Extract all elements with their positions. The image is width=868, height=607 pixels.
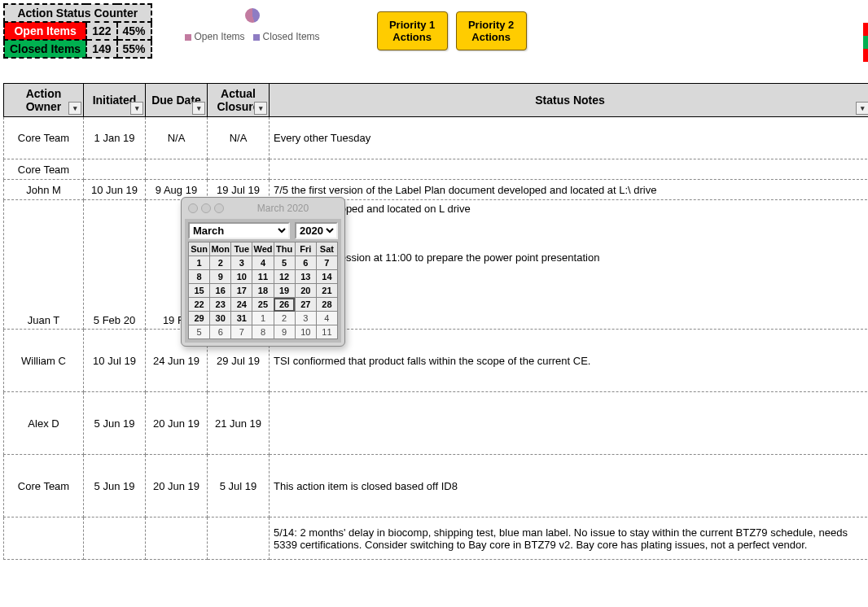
cal-day[interactable]: 2 bbox=[210, 256, 231, 270]
filter-arrow-icon[interactable]: ▾ bbox=[192, 102, 205, 115]
col-owner[interactable]: Action Owner▾ bbox=[4, 84, 84, 117]
cell-due[interactable]: 20 Jun 19 bbox=[146, 392, 208, 455]
cal-day[interactable]: 19 bbox=[274, 284, 295, 298]
filter-arrow-icon[interactable]: ▾ bbox=[130, 102, 143, 115]
cell-notes[interactable] bbox=[270, 392, 869, 455]
window-controls[interactable] bbox=[188, 203, 224, 213]
cal-day[interactable]: 1 bbox=[189, 256, 210, 270]
cell-closure[interactable] bbox=[208, 517, 270, 560]
cal-day[interactable]: 26 bbox=[274, 298, 295, 312]
cal-day[interactable]: 8 bbox=[252, 325, 274, 339]
cell-notes[interactable]: Every other Tuesday bbox=[270, 117, 869, 159]
close-icon[interactable] bbox=[188, 203, 198, 213]
cal-day[interactable]: 4 bbox=[316, 312, 337, 325]
cal-day[interactable]: 7 bbox=[316, 256, 337, 270]
cell-owner[interactable] bbox=[4, 517, 84, 560]
cal-day[interactable]: 14 bbox=[316, 270, 337, 284]
col-closure[interactable]: Actual Closure▾ bbox=[208, 84, 270, 117]
cal-day[interactable]: 17 bbox=[231, 284, 252, 298]
cell-owner[interactable]: Alex D bbox=[4, 392, 84, 455]
cell-due[interactable]: 20 Jun 19 bbox=[146, 455, 208, 517]
cell-initiated[interactable] bbox=[84, 159, 146, 180]
cal-day[interactable]: 24 bbox=[231, 298, 252, 312]
cal-day[interactable]: 23 bbox=[210, 298, 231, 312]
filter-arrow-icon[interactable]: ▾ bbox=[254, 102, 267, 115]
cal-day[interactable]: 18 bbox=[252, 284, 274, 298]
cell-due[interactable] bbox=[146, 159, 208, 180]
cell-closure[interactable]: 21 Jun 19 bbox=[208, 392, 270, 455]
cell-initiated[interactable]: 5 Jun 19 bbox=[84, 392, 146, 455]
cell-due[interactable]: N/A bbox=[146, 117, 208, 159]
cal-day[interactable]: 6 bbox=[295, 256, 316, 270]
cell-initiated[interactable]: 1 Jan 19 bbox=[84, 117, 146, 159]
cal-day[interactable]: 16 bbox=[210, 284, 231, 298]
col-notes[interactable]: Status Notes▾ bbox=[270, 84, 869, 117]
col-initiated[interactable]: Initiated▾ bbox=[84, 84, 146, 117]
cell-notes[interactable]: This action item is closed based off ID8 bbox=[270, 455, 869, 517]
cell-notes[interactable]: lule was developed and located on L driv… bbox=[270, 200, 869, 330]
cal-day[interactable]: 9 bbox=[274, 325, 295, 339]
cal-day[interactable]: 12 bbox=[274, 270, 295, 284]
cell-notes[interactable] bbox=[270, 159, 869, 180]
cell-owner[interactable]: Core Team bbox=[4, 455, 84, 517]
table-row[interactable]: Core Team bbox=[4, 159, 869, 180]
cal-day[interactable]: 27 bbox=[295, 298, 316, 312]
cell-owner[interactable]: William C bbox=[4, 330, 84, 392]
cell-owner[interactable]: Core Team bbox=[4, 117, 84, 159]
cell-initiated[interactable]: 5 Feb 20 bbox=[84, 200, 146, 330]
cal-day[interactable]: 8 bbox=[189, 270, 210, 284]
table-row[interactable]: Alex D5 Jun 1920 Jun 1921 Jun 19 bbox=[4, 392, 869, 455]
cell-notes[interactable]: 7/5 the first version of the Label Plan … bbox=[270, 180, 869, 200]
cal-day[interactable]: 6 bbox=[210, 325, 231, 339]
table-row[interactable]: Core Team1 Jan 19N/AN/AEvery other Tuesd… bbox=[4, 117, 869, 159]
cell-notes[interactable]: 5/14: 2 months' delay in biocomp, shippi… bbox=[270, 517, 869, 560]
cal-day[interactable]: 3 bbox=[231, 256, 252, 270]
filter-arrow-icon[interactable]: ▾ bbox=[856, 102, 868, 115]
cal-day[interactable]: 20 bbox=[295, 284, 316, 298]
table-row[interactable]: John M10 Jun 199 Aug 1919 Jul 197/5 the … bbox=[4, 180, 869, 200]
cell-closure[interactable]: 5 Jul 19 bbox=[208, 455, 270, 517]
month-select[interactable]: March bbox=[188, 222, 290, 239]
cal-day[interactable]: 22 bbox=[189, 298, 210, 312]
cell-initiated[interactable] bbox=[84, 517, 146, 560]
priority-2-button[interactable]: Priority 2 Actions bbox=[456, 11, 527, 50]
cell-notes[interactable]: TSI confiormed that product falls within… bbox=[270, 330, 869, 392]
cal-day[interactable]: 10 bbox=[295, 325, 316, 339]
cal-day[interactable]: 31 bbox=[231, 312, 252, 325]
cal-day[interactable]: 5 bbox=[274, 256, 295, 270]
priority-1-button[interactable]: Priority 1 Actions bbox=[377, 11, 448, 50]
cal-day[interactable]: 21 bbox=[316, 284, 337, 298]
cal-day[interactable]: 9 bbox=[210, 270, 231, 284]
cell-owner[interactable]: Core Team bbox=[4, 159, 84, 180]
cell-due[interactable] bbox=[146, 517, 208, 560]
cell-owner[interactable]: Juan T bbox=[4, 200, 84, 330]
cal-day[interactable]: 5 bbox=[189, 325, 210, 339]
cal-day[interactable]: 11 bbox=[252, 270, 274, 284]
cal-day[interactable]: 1 bbox=[252, 312, 274, 325]
cal-day[interactable]: 10 bbox=[231, 270, 252, 284]
cell-initiated[interactable]: 10 Jun 19 bbox=[84, 180, 146, 200]
calendar-grid[interactable]: SunMonTueWedThuFriSat 123456789101112131… bbox=[188, 242, 338, 339]
year-select[interactable]: 2020 bbox=[295, 222, 338, 239]
cell-closure[interactable]: N/A bbox=[208, 117, 270, 159]
minimize-icon[interactable] bbox=[201, 203, 211, 213]
cal-day[interactable]: 25 bbox=[252, 298, 274, 312]
filter-arrow-icon[interactable]: ▾ bbox=[68, 102, 81, 115]
cal-day[interactable]: 2 bbox=[274, 312, 295, 325]
cell-initiated[interactable]: 10 Jul 19 bbox=[84, 330, 146, 392]
table-row[interactable]: Core Team5 Jun 1920 Jun 195 Jul 19This a… bbox=[4, 455, 869, 517]
cell-owner[interactable]: John M bbox=[4, 180, 84, 200]
cell-initiated[interactable]: 5 Jun 19 bbox=[84, 455, 146, 517]
cell-closure[interactable] bbox=[208, 159, 270, 180]
zoom-icon[interactable] bbox=[214, 203, 224, 213]
col-due[interactable]: Due Date▾ bbox=[146, 84, 208, 117]
cal-day[interactable]: 4 bbox=[252, 256, 274, 270]
table-row[interactable]: 5/14: 2 months' delay in biocomp, shippi… bbox=[4, 517, 869, 560]
cal-day[interactable]: 3 bbox=[295, 312, 316, 325]
cal-day[interactable]: 7 bbox=[231, 325, 252, 339]
cal-day[interactable]: 15 bbox=[189, 284, 210, 298]
cal-day[interactable]: 11 bbox=[316, 325, 337, 339]
table-row[interactable]: Juan T5 Feb 2019 Fe lule was developed a… bbox=[4, 200, 869, 330]
cal-day[interactable]: 28 bbox=[316, 298, 337, 312]
calendar-popup[interactable]: March 2020 March 2020 SunMonTueWedThuFri… bbox=[181, 197, 345, 347]
